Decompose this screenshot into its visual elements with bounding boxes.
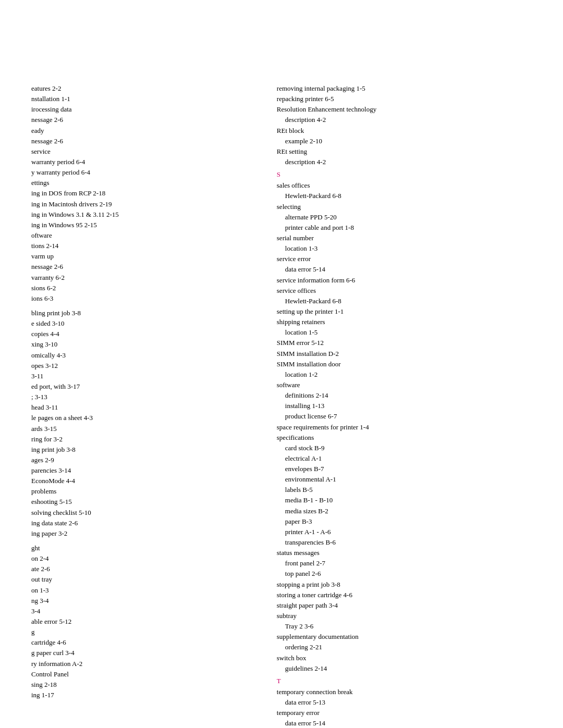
index-entry: specifications xyxy=(277,433,532,443)
index-entry: REt block xyxy=(277,126,532,136)
index-entry: parencies 3-14 xyxy=(31,465,261,476)
index-entry: service information form 6-6 xyxy=(277,275,532,286)
index-entry: g xyxy=(31,627,261,637)
index-entry: solving checklist 5-10 xyxy=(31,508,261,518)
index-entry: service xyxy=(31,146,261,157)
spacer xyxy=(31,304,261,308)
index-entry: repacking printer 6-5 xyxy=(277,94,532,104)
index-sub-entry: media B-1 - B-10 xyxy=(277,495,532,505)
index-entry: temporary error xyxy=(277,708,532,718)
index-entry: software xyxy=(277,380,532,390)
index-sub-entry: description 4-2 xyxy=(277,115,532,125)
index-sub-entry: product license 6-7 xyxy=(277,411,532,422)
index-entry: EconoMode 4-4 xyxy=(31,476,261,486)
index-entry: sions 6-2 xyxy=(31,283,261,293)
index-sub-entry: Tray 2 3-6 xyxy=(277,621,532,632)
index-sub-entry: environmental A-1 xyxy=(277,474,532,485)
spacer xyxy=(31,539,261,543)
index-entry: removing internal packaging 1-5 xyxy=(277,83,532,94)
index-sub-entry: data error 5-14 xyxy=(277,264,532,275)
left-column: eatures 2-2nstallation 1-1irocessing dat… xyxy=(31,83,272,728)
index-entry: xing 3-10 xyxy=(31,339,261,350)
index-sub-entry: data error 5-14 xyxy=(277,718,532,728)
index-sub-entry: transparencies B-6 xyxy=(277,537,532,548)
index-sub-entry: electrical A-1 xyxy=(277,453,532,464)
index-entry: ing in Windows 95 2-15 xyxy=(31,220,261,230)
index-entry: straight paper path 3-4 xyxy=(277,600,532,611)
index-entry: tions 2-14 xyxy=(31,241,261,251)
index-entry: nessage 2-6 xyxy=(31,136,261,146)
index-entry: storing a toner cartridge 4-6 xyxy=(277,590,532,600)
index-entry: ry information A-2 xyxy=(31,659,261,669)
section-letter: S xyxy=(277,169,532,180)
index-entry: 3-11 xyxy=(31,371,261,381)
index-entry: able error 5-12 xyxy=(31,616,261,627)
index-sub-entry: ordering 2-21 xyxy=(277,642,532,652)
index-entry: ; 3-13 xyxy=(31,392,261,402)
index-sub-entry: Hewlett-Packard 6-8 xyxy=(277,296,532,306)
index-entry: service offices xyxy=(277,286,532,296)
index-entry: ing data state 2-6 xyxy=(31,518,261,528)
index-entry: ate 2-6 xyxy=(31,564,261,574)
index-entry: on 2-4 xyxy=(31,553,261,564)
index-entry: eshooting 5-15 xyxy=(31,497,261,507)
index-entry: varranty 6-2 xyxy=(31,273,261,283)
index-sub-entry: top panel 2-6 xyxy=(277,569,532,579)
index-entry: problems xyxy=(31,486,261,497)
index-entry: ards 3-15 xyxy=(31,424,261,434)
index-sub-entry: data error 5-13 xyxy=(277,697,532,708)
index-sub-entry: location 1-5 xyxy=(277,327,532,338)
index-sub-entry: envelopes B-7 xyxy=(277,464,532,474)
index-sub-entry: location 1-3 xyxy=(277,243,532,254)
index-entry: opes 3-12 xyxy=(31,361,261,371)
index-entry: warranty period 6-4 xyxy=(31,157,261,167)
index-sub-entry: printer cable and port 1-8 xyxy=(277,223,532,233)
index-entry: status messages xyxy=(277,548,532,558)
index-sub-entry: alternate PPD 5-20 xyxy=(277,212,532,223)
index-entry: sing 2-18 xyxy=(31,680,261,690)
index-entry: le pages on a sheet 4-3 xyxy=(31,413,261,423)
index-entry: switch box xyxy=(277,653,532,663)
index-sub-entry: location 1-2 xyxy=(277,369,532,380)
index-entry: REt setting xyxy=(277,146,532,157)
index-sub-entry: description 4-2 xyxy=(277,157,532,167)
index-entry: ght xyxy=(31,543,261,553)
index-sub-entry: media sizes B-2 xyxy=(277,506,532,516)
index-entry: eatures 2-2 xyxy=(31,83,261,94)
index-entry: irocessing data xyxy=(31,104,261,115)
index-entry: ing in DOS from RCP 2-18 xyxy=(31,188,261,199)
right-column: removing internal packaging 1-5repacking… xyxy=(272,83,532,728)
index-entry: setting up the printer 1-1 xyxy=(277,306,532,317)
index-entry: ing in Windows 3.1 & 3.11 2-15 xyxy=(31,209,261,220)
index-entry: head 3-11 xyxy=(31,402,261,413)
index-entry: shipping retainers xyxy=(277,317,532,327)
index-entry: ing print job 3-8 xyxy=(31,445,261,455)
index-sub-entry: front panel 2-7 xyxy=(277,558,532,569)
index-entry: Control Panel xyxy=(31,669,261,680)
index-entry: 3-4 xyxy=(31,606,261,616)
section-letter: T xyxy=(277,676,532,686)
index-entry: bling print job 3-8 xyxy=(31,308,261,318)
index-entry: supplementary documentation xyxy=(277,632,532,642)
index-entry: stopping a print job 3-8 xyxy=(277,579,532,590)
index-entry: ing 1-17 xyxy=(31,690,261,700)
index-entry: nstallation 1-1 xyxy=(31,94,261,104)
index-entry: selecting xyxy=(277,202,532,212)
index-entry: oftware xyxy=(31,230,261,241)
index-entry: ions 6-3 xyxy=(31,293,261,304)
index-entry: out tray xyxy=(31,574,261,585)
index-sub-entry: definitions 2-14 xyxy=(277,390,532,401)
index-entry: ng 3-4 xyxy=(31,596,261,606)
index-entry: temporary connection break xyxy=(277,687,532,697)
index-entry: y warranty period 6-4 xyxy=(31,167,261,178)
index-sub-entry: labels B-5 xyxy=(277,485,532,495)
index-sub-entry: printer A-1 - A-6 xyxy=(277,527,532,537)
index-sub-entry: paper B-3 xyxy=(277,516,532,527)
index-entry: copies 4-4 xyxy=(31,329,261,339)
index-entry: e sided 3-10 xyxy=(31,318,261,329)
index-entry: space requirements for printer 1-4 xyxy=(277,422,532,433)
index-entry: ing paper 3-2 xyxy=(31,528,261,539)
index-entry: SIMM error 5-12 xyxy=(277,338,532,348)
index-sub-entry: guidelines 2-14 xyxy=(277,663,532,674)
index-sub-entry: example 2-10 xyxy=(277,136,532,146)
